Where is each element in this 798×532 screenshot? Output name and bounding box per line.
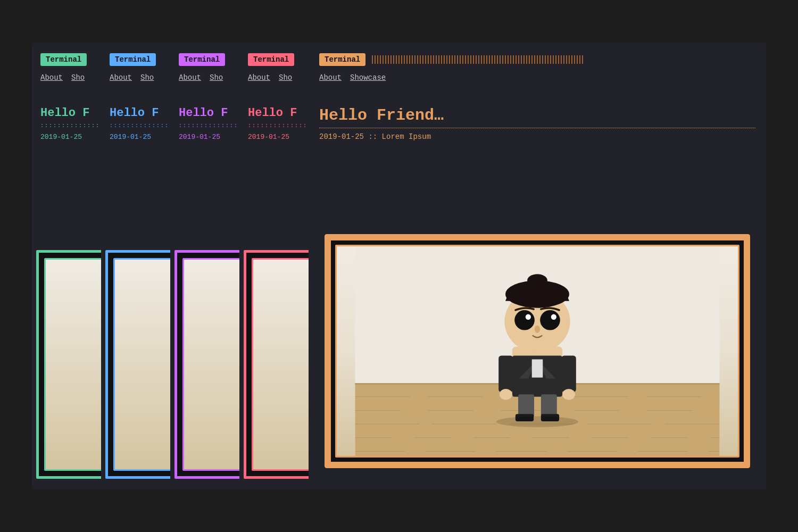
card-2-showcase-link[interactable]: Sho [140, 73, 154, 82]
card-4-frame-inner [252, 258, 312, 471]
tick-mark [577, 55, 578, 64]
card-3-date: 2019-01-25 [179, 133, 247, 141]
terminal-badge-4[interactable]: Terminal [248, 53, 294, 66]
svg-point-24 [540, 310, 560, 330]
svg-point-19 [500, 389, 512, 400]
card-4-dots: ::::::::::::::::: [248, 123, 316, 129]
main-image-bg [337, 246, 738, 456]
tick-mark [390, 55, 392, 64]
tick-mark [500, 55, 501, 64]
card-5-about-link[interactable]: About [319, 73, 342, 82]
card-3-dots: ::::::::::::::::: [179, 123, 247, 129]
tick-mark [436, 55, 437, 64]
tick-mark [563, 55, 564, 64]
tick-mark [534, 55, 535, 64]
tick-mark [521, 55, 522, 64]
tick-mark [470, 55, 471, 64]
tick-mark [460, 55, 461, 64]
card-5-title: Hello Friend… [319, 106, 755, 124]
svg-rect-17 [498, 356, 513, 393]
tick-mark [396, 55, 397, 64]
terminal-badge-1[interactable]: Terminal [40, 53, 87, 66]
terminal-badge-2[interactable]: Terminal [110, 53, 156, 66]
card-1-showcase-link[interactable]: Sho [71, 73, 85, 82]
card-4-title: Hello F [248, 106, 316, 120]
funko-pop-svg [337, 246, 738, 456]
tick-mark [505, 55, 506, 64]
card-2-title: Hello F [110, 106, 178, 120]
tick-mark [537, 55, 538, 64]
tick-mark [484, 55, 485, 64]
tick-mark [454, 55, 455, 64]
card-4-date: 2019-01-25 [248, 133, 316, 141]
main-container: Terminal About Sho Hello F :::::::::::::… [32, 43, 766, 489]
tick-mark [414, 55, 415, 64]
card-5-showcase-link[interactable]: Showcase [350, 73, 386, 82]
tick-mark [513, 55, 514, 64]
svg-point-29 [496, 416, 578, 427]
tick-mark [569, 55, 570, 64]
card-4-showcase-link[interactable]: Sho [279, 73, 292, 82]
tick-mark [398, 55, 400, 64]
svg-point-28 [527, 274, 547, 287]
card-3-title: Hello F [179, 106, 247, 120]
card-1-about-link[interactable]: About [40, 73, 63, 82]
tick-mark [433, 55, 434, 64]
tick-mark [428, 55, 429, 64]
card-3-showcase-link[interactable]: Sho [210, 73, 223, 82]
card-1-dots: ::::::::::::::::: [40, 123, 109, 129]
svg-point-23 [514, 310, 535, 330]
tick-mark [529, 55, 530, 64]
terminal-badge-3[interactable]: Terminal [179, 53, 225, 66]
svg-rect-14 [541, 394, 557, 417]
tick-mark [555, 55, 556, 64]
card-1-title: Hello F [40, 106, 109, 120]
card-5-hero: Hello Friend… 2019-01-25 :: Lorem Ipsum [309, 85, 766, 146]
terminal-badge-5[interactable]: Terminal [319, 53, 365, 66]
tick-mark [457, 55, 458, 64]
tick-mark [372, 55, 373, 64]
tick-mark [412, 55, 413, 64]
card-3-about-link[interactable]: About [179, 73, 201, 82]
tick-mark [516, 55, 517, 64]
tick-mark [574, 55, 575, 64]
tick-mark [508, 55, 509, 64]
tick-mark [481, 55, 482, 64]
main-outer-frame [325, 234, 750, 468]
tick-mark [550, 55, 551, 64]
tick-mark [409, 55, 410, 64]
tick-mark [380, 55, 381, 64]
card-2-about-link[interactable]: About [110, 73, 132, 82]
tick-marks-bar [372, 55, 755, 64]
card-2-dots: ::::::::::::::::: [110, 123, 178, 129]
card-4-about-link[interactable]: About [248, 73, 270, 82]
tick-mark [579, 55, 580, 64]
card-1-date: 2019-01-25 [40, 133, 109, 141]
tick-mark [558, 55, 559, 64]
card-1-frame-inner [44, 258, 105, 471]
tick-mark [388, 55, 389, 64]
tick-mark [430, 55, 431, 64]
tick-mark [422, 55, 423, 64]
svg-rect-12 [532, 359, 543, 377]
tick-mark [452, 55, 453, 64]
main-inner-frame [335, 245, 739, 458]
tick-mark [561, 55, 562, 64]
tick-mark [478, 55, 479, 64]
tick-mark [383, 55, 384, 64]
tick-mark [497, 55, 498, 64]
tick-mark [531, 55, 533, 64]
tick-mark [420, 55, 421, 64]
tick-mark [566, 55, 567, 64]
tick-mark [523, 55, 525, 64]
tick-mark [465, 55, 466, 64]
tick-mark [444, 55, 445, 64]
tick-mark [375, 55, 376, 64]
svg-point-20 [562, 389, 575, 400]
svg-rect-13 [518, 394, 534, 417]
tick-mark [486, 55, 487, 64]
tick-mark [492, 55, 493, 64]
tick-mark [476, 55, 477, 64]
tick-mark [401, 55, 402, 64]
tick-mark [441, 55, 442, 64]
